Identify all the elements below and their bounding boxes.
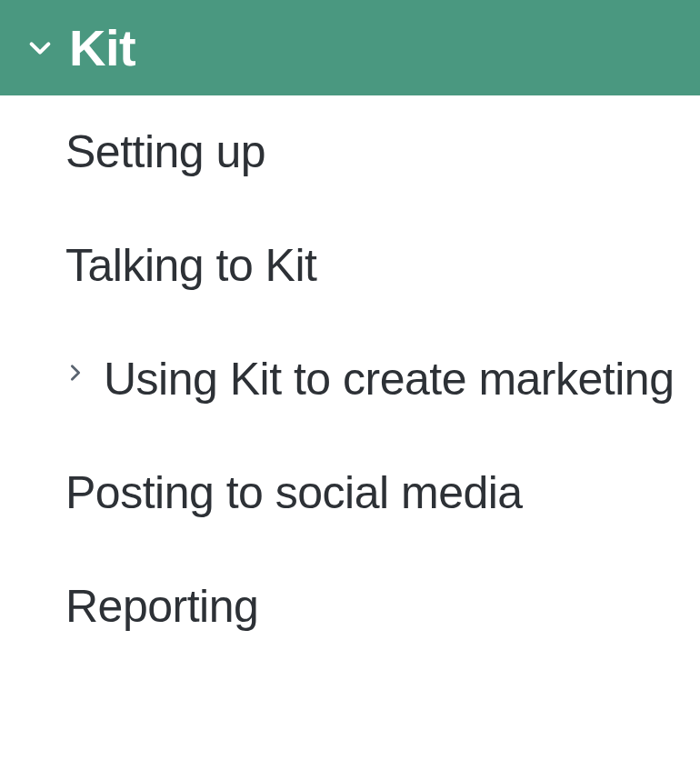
sidebar-item-reporting[interactable]: Reporting xyxy=(0,550,700,664)
sidebar-item-label: Using Kit to create marketing xyxy=(104,350,674,409)
chevron-right-icon xyxy=(65,363,85,383)
sidebar-nav: Kit Setting up Talking to Kit Using Kit … xyxy=(0,0,700,664)
sidebar-item-using-kit-marketing[interactable]: Using Kit to create marketing xyxy=(0,323,700,436)
sidebar-item-label: Posting to social media xyxy=(65,464,523,523)
sidebar-item-posting-social-media[interactable]: Posting to social media xyxy=(0,436,700,550)
sidebar-items: Setting up Talking to Kit Using Kit to c… xyxy=(0,95,700,664)
sidebar-header-title: Kit xyxy=(69,18,135,77)
chevron-down-icon xyxy=(27,35,53,61)
sidebar-item-label: Talking to Kit xyxy=(65,236,316,295)
sidebar-item-label: Setting up xyxy=(65,123,265,182)
sidebar-item-setting-up[interactable]: Setting up xyxy=(0,95,700,209)
sidebar-item-label: Reporting xyxy=(65,577,258,636)
sidebar-header[interactable]: Kit xyxy=(0,0,700,95)
sidebar-item-talking-to-kit[interactable]: Talking to Kit xyxy=(0,209,700,323)
